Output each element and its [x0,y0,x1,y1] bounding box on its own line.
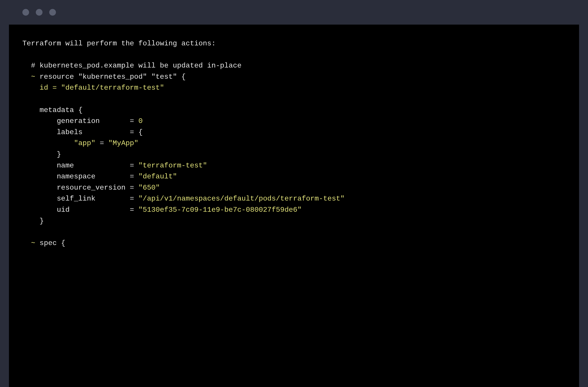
name-value: "terraform-test" [138,161,207,170]
labels-close: } [57,150,61,158]
brace-open: { [181,73,186,81]
metadata-close: } [40,217,44,225]
eq: = [130,206,134,214]
eq: = [130,161,134,170]
resource-comment: # kubernetes_pod.example will be updated… [31,61,241,70]
maximize-icon[interactable] [49,9,56,16]
eq: = [130,194,134,203]
label-app-value: "MyApp" [108,139,138,147]
namespace-key: namespace [57,172,96,181]
id-key: id [40,84,48,92]
change-marker: ~ [31,239,35,247]
label-app-key: "app" [74,139,95,147]
metadata-open: metadata { [40,106,83,114]
window-titlebar [0,0,588,25]
eq: = [52,84,57,92]
name-key: name [57,161,74,170]
terminal-output: Terraform will perform the following act… [9,25,579,387]
labels-key: labels [57,128,83,136]
resource-type: "kubernetes_pod" [78,73,147,81]
terminal-window: Terraform will perform the following act… [0,0,588,387]
eq: = [130,172,134,181]
resourceversion-value: "650" [138,184,160,192]
eq: = [130,128,134,136]
labels-open: { [138,128,143,136]
generation-value: 0 [138,117,143,125]
uid-value: "5130ef35-7c09-11e9-be7c-080027f59de6" [138,206,302,214]
eq: = [130,184,134,192]
change-marker: ~ [31,73,35,81]
resource-name: "test" [151,73,177,81]
eq: = [100,139,104,147]
eq: = [130,117,134,125]
close-icon[interactable] [22,9,29,16]
spec-open: spec { [40,239,65,247]
selflink-value: "/api/v1/namespaces/default/pods/terrafo… [138,194,345,203]
selflink-key: self_link [57,194,96,203]
resource-keyword: resource [40,73,74,81]
generation-key: generation [57,117,100,125]
id-value: "default/terraform-test" [61,84,164,92]
namespace-value: "default" [138,172,177,181]
minimize-icon[interactable] [36,9,42,16]
uid-key: uid [57,206,70,214]
resourceversion-key: resource_version [57,184,126,192]
plan-header: Terraform will perform the following act… [22,39,216,48]
